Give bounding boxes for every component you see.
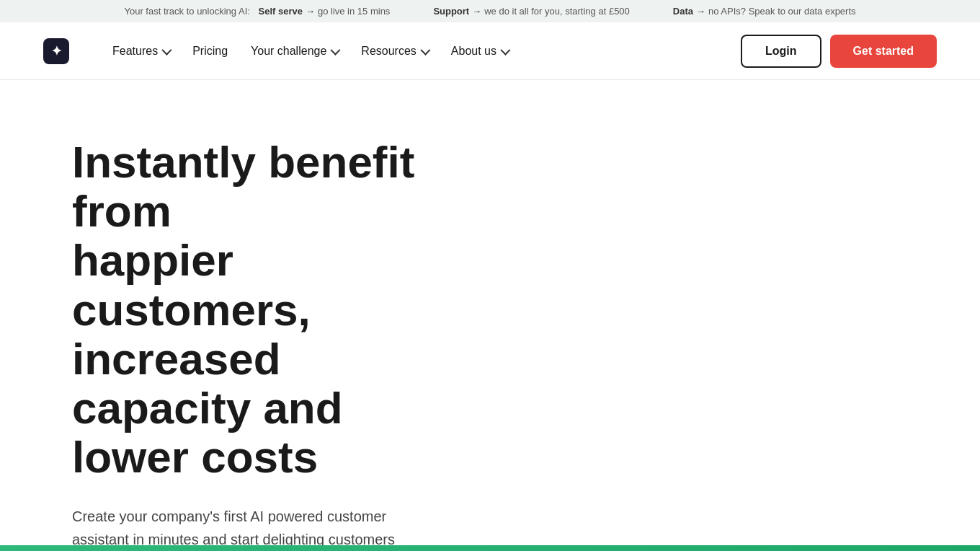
topbar-self-serve-label: Self serve (258, 6, 302, 17)
bottom-line (0, 545, 980, 551)
hero-section: Instantly benefit from happier customers… (0, 80, 490, 551)
nav-pricing[interactable]: Pricing (192, 45, 228, 58)
features-chevron-icon (161, 45, 172, 55)
nav-about-us[interactable]: About us (451, 45, 508, 58)
navbar: ✦ Features Pricing Your challenge Resour… (0, 22, 980, 80)
topbar-self-serve-suffix: go live in 15 mins (318, 6, 390, 17)
topbar-item-self-serve: Your fast track to unlocking AI: Self se… (124, 6, 390, 17)
nav-your-challenge-label: Your challenge (251, 45, 326, 58)
nav-about-us-label: About us (451, 45, 496, 58)
nav-logo[interactable]: ✦ (43, 38, 69, 64)
nav-pricing-label: Pricing (192, 45, 228, 58)
topbar-support-suffix: we do it all for you, starting at £500 (484, 6, 630, 17)
nav-features[interactable]: Features (112, 45, 169, 58)
topbar-support-label: Support (433, 6, 469, 17)
logo-icon: ✦ (51, 43, 62, 59)
hero-title: Instantly benefit from happier customers… (72, 138, 418, 482)
topbar-data-label: Data (673, 6, 693, 17)
topbar-arrow-1: → (306, 6, 315, 17)
topbar-item-support: Support → we do it all for you, starting… (433, 6, 629, 17)
nav-resources[interactable]: Resources (361, 45, 427, 58)
hero-title-line1: Instantly benefit from (72, 137, 414, 236)
topbar-arrow-3: → (696, 6, 705, 17)
nav-menu: Features Pricing Your challenge Resource… (112, 45, 508, 58)
top-bar: Your fast track to unlocking AI: Self se… (0, 0, 980, 22)
get-started-button[interactable]: Get started (830, 35, 937, 68)
topbar-item-data: Data → no APIs? Speak to our data expert… (673, 6, 856, 17)
resources-chevron-icon (420, 45, 430, 55)
hero-title-line2: happier customers, (72, 235, 311, 334)
hero-title-line4: lower costs (72, 432, 318, 482)
topbar-data-suffix: no APIs? Speak to our data experts (708, 6, 856, 17)
topbar-arrow-2: → (472, 6, 481, 17)
nav-left: ✦ Features Pricing Your challenge Resour… (43, 38, 508, 64)
about-us-chevron-icon (500, 45, 510, 55)
your-challenge-chevron-icon (331, 45, 341, 55)
nav-resources-label: Resources (361, 45, 416, 58)
hero-subtitle: Create your company's first AI powered c… (72, 505, 418, 551)
nav-right: Login Get started (741, 35, 937, 68)
nav-your-challenge[interactable]: Your challenge (251, 45, 338, 58)
hero-title-line3: increased capacity and (72, 334, 343, 433)
login-button[interactable]: Login (741, 35, 821, 68)
nav-features-label: Features (112, 45, 158, 58)
topbar-prefix: Your fast track to unlocking AI: (124, 6, 249, 17)
